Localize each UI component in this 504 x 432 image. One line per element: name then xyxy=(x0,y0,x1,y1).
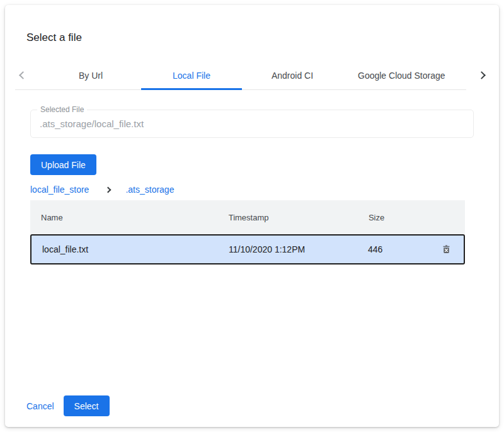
file-name-cell: local_file.txt xyxy=(32,244,217,254)
breadcrumb-item-root[interactable]: local_file_store xyxy=(30,185,89,195)
tab-header: By Url Local File Android CI Google Clou… xyxy=(5,60,499,90)
tab-google-cloud-storage[interactable]: Google Cloud Storage xyxy=(343,60,461,90)
file-size-cell: 446 xyxy=(358,244,428,254)
tab-by-url[interactable]: By Url xyxy=(40,60,141,90)
select-button[interactable]: Select xyxy=(64,395,110,416)
delete-file-button[interactable] xyxy=(437,241,455,258)
selected-file-field: Selected File xyxy=(30,110,474,138)
chevron-left-icon xyxy=(19,71,27,79)
column-header-size: Size xyxy=(358,213,430,222)
selected-file-label: Selected File xyxy=(37,105,87,114)
tab-body: Selected File Upload File local_file_sto… xyxy=(5,110,499,264)
tab-local-file[interactable]: Local File xyxy=(141,60,242,90)
file-table: Name Timestamp Size local_file.txt 11/10… xyxy=(30,200,465,264)
table-row[interactable]: local_file.txt 11/10/2020 1:12PM 446 xyxy=(30,234,465,264)
tab-list: By Url Local File Android CI Google Clou… xyxy=(40,60,461,90)
breadcrumb: local_file_store .ats_storage xyxy=(30,184,474,195)
select-file-dialog: Select a file By Url Local File Android … xyxy=(5,5,499,427)
table-header-row: Name Timestamp Size xyxy=(30,200,465,234)
dialog-footer: Cancel Select xyxy=(26,395,110,416)
upload-file-button[interactable]: Upload File xyxy=(30,154,96,175)
chevron-right-icon xyxy=(478,71,486,79)
dialog-title: Select a file xyxy=(5,5,499,44)
tab-paginator-left[interactable] xyxy=(5,60,40,90)
delete-forever-icon xyxy=(441,244,452,255)
cancel-button[interactable]: Cancel xyxy=(26,401,54,411)
chevron-right-icon xyxy=(105,186,112,193)
tab-android-ci[interactable]: Android CI xyxy=(242,60,343,90)
column-header-name: Name xyxy=(30,213,217,222)
selected-file-input[interactable] xyxy=(31,110,473,137)
breadcrumb-item-folder[interactable]: .ats_storage xyxy=(125,185,174,195)
tab-paginator-right[interactable] xyxy=(464,60,499,90)
file-timestamp-cell: 11/10/2020 1:12PM xyxy=(217,244,358,254)
column-header-timestamp: Timestamp xyxy=(217,213,358,222)
